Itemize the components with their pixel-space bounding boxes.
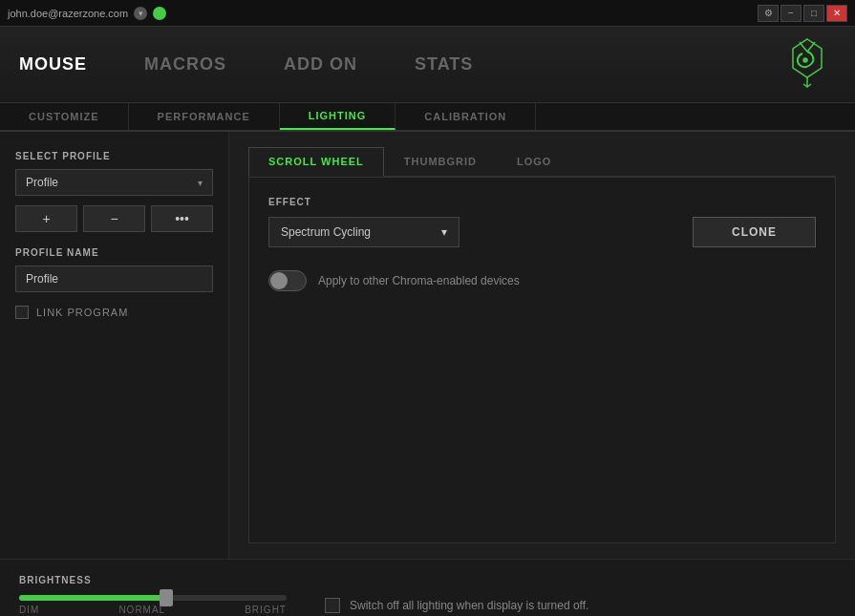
- chroma-toggle[interactable]: [268, 270, 307, 291]
- brightness-slider[interactable]: [19, 595, 287, 601]
- brightness-slider-container: DIM NORMAL BRIGHT: [19, 595, 287, 615]
- effect-panel: EFFECT Spectrum Cycling ▾ CLONE Apply to…: [248, 177, 836, 543]
- effect-dropdown-value: Spectrum Cycling: [281, 225, 371, 239]
- sidebar: SELECT PROFILE Profile ▾ + − ••• PROFILE…: [0, 132, 229, 559]
- main-nav: MOUSE MACROS ADD ON STATS: [0, 27, 855, 103]
- status-icon: [153, 7, 166, 20]
- sub-nav-lighting[interactable]: LIGHTING: [280, 103, 396, 130]
- sub-nav-customize[interactable]: CUSTOMIZE: [0, 103, 129, 130]
- logo-area: [779, 34, 836, 96]
- brightness-section: BRIGHTNESS DIM NORMAL BRIGHT Switch off …: [0, 559, 855, 616]
- razer-logo-icon: [779, 34, 836, 92]
- titlebar-right: ⚙ − □ ✕: [758, 5, 847, 22]
- user-email: john.doe@razerzone.com: [8, 8, 128, 19]
- select-profile-label: SELECT PROFILE: [15, 151, 213, 161]
- chroma-row: Apply to other Chroma-enabled devices: [268, 270, 816, 291]
- titlebar-left: john.doe@razerzone.com ▾: [8, 7, 166, 20]
- normal-label: NORMAL: [118, 605, 165, 615]
- profile-name-input[interactable]: [15, 266, 213, 292]
- effect-label: EFFECT: [268, 197, 816, 207]
- nav-item-stats[interactable]: STATS: [415, 54, 473, 74]
- sub-nav-performance[interactable]: PERFORMANCE: [129, 103, 280, 130]
- close-button[interactable]: ✕: [826, 5, 847, 22]
- switch-display-checkbox[interactable]: [325, 598, 340, 613]
- title-bar: john.doe@razerzone.com ▾ ⚙ − □ ✕: [0, 0, 855, 27]
- toggle-knob: [270, 272, 288, 289]
- tab-logo[interactable]: LOGO: [497, 147, 571, 176]
- dropdown-arrow-icon: ▾: [198, 178, 203, 188]
- tab-scroll-wheel[interactable]: SCROLL WHEEL: [248, 147, 384, 177]
- tab-thumbgrid[interactable]: THUMBGRID: [384, 147, 497, 176]
- bright-label: BRIGHT: [245, 605, 287, 615]
- profile-buttons: + − •••: [15, 205, 213, 232]
- chroma-toggle-label: Apply to other Chroma-enabled devices: [318, 274, 520, 287]
- sub-nav: CUSTOMIZE PERFORMANCE LIGHTING CALIBRATI…: [0, 103, 855, 132]
- brightness-fill: [19, 595, 166, 601]
- link-program-label: LINK PROGRAM: [36, 307, 128, 318]
- dim-label: DIM: [19, 605, 39, 615]
- brightness-label: BRIGHTNESS: [19, 575, 836, 585]
- add-profile-button[interactable]: +: [15, 205, 77, 232]
- profile-dropdown-value: Profile: [26, 176, 58, 189]
- more-profile-button[interactable]: •••: [151, 205, 213, 232]
- effect-row: Spectrum Cycling ▾ CLONE: [268, 217, 816, 247]
- nav-item-addon[interactable]: ADD ON: [284, 54, 357, 74]
- nav-item-mouse[interactable]: MOUSE: [19, 54, 87, 74]
- link-program-checkbox[interactable]: [15, 306, 29, 319]
- switch-display-label: Switch off all lighting when display is …: [350, 599, 588, 612]
- effect-dropdown-arrow-icon: ▾: [441, 225, 447, 239]
- link-program-row: LINK PROGRAM: [15, 306, 213, 319]
- clone-button[interactable]: CLONE: [693, 217, 816, 247]
- delete-profile-button[interactable]: −: [83, 205, 145, 232]
- dropdown-arrow-icon[interactable]: ▾: [134, 7, 147, 20]
- slider-labels: DIM NORMAL BRIGHT: [19, 605, 287, 615]
- svg-point-0: [803, 58, 807, 62]
- maximize-button[interactable]: □: [803, 5, 824, 22]
- sub-nav-calibration[interactable]: CALIBRATION: [395, 103, 536, 130]
- profile-name-label: PROFILE NAME: [15, 247, 213, 258]
- right-panel: SCROLL WHEEL THUMBGRID LOGO EFFECT Spect…: [229, 132, 855, 559]
- brightness-row: DIM NORMAL BRIGHT Switch off all lightin…: [19, 595, 836, 615]
- profile-dropdown[interactable]: Profile ▾: [15, 169, 213, 196]
- minimize-button[interactable]: −: [780, 5, 802, 22]
- brightness-thumb[interactable]: [160, 589, 173, 606]
- lighting-tabs: SCROLL WHEEL THUMBGRID LOGO: [248, 147, 836, 177]
- content-area: SELECT PROFILE Profile ▾ + − ••• PROFILE…: [0, 132, 855, 559]
- settings-button[interactable]: ⚙: [758, 5, 779, 22]
- nav-item-macros[interactable]: MACROS: [144, 54, 226, 74]
- switch-display-row: Switch off all lighting when display is …: [325, 598, 588, 613]
- effect-dropdown[interactable]: Spectrum Cycling ▾: [268, 217, 460, 247]
